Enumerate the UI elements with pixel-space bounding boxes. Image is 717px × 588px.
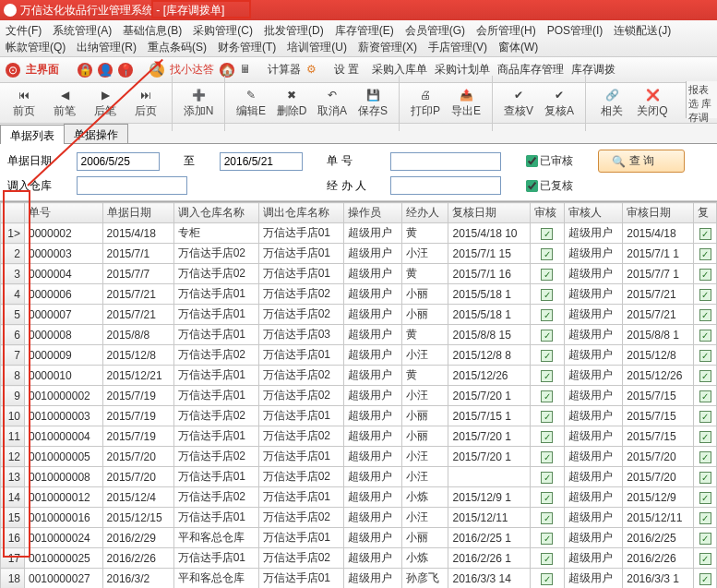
action-查核V[interactable]: ✔查核V	[500, 87, 537, 119]
cell: 超级用户	[564, 528, 623, 548]
table-row[interactable]: 1300100000082015/7/20万信达手店01万信达手店02超级用户小…	[1, 467, 717, 487]
menu-item[interactable]: 系统管理(A)	[53, 22, 112, 39]
action-导出E[interactable]: 📤导出E	[448, 87, 484, 119]
checked-review[interactable]: 已复核	[526, 178, 591, 194]
col-header[interactable]: 复	[694, 203, 717, 223]
main-screen-button[interactable]: 主界面	[26, 62, 59, 78]
col-header[interactable]: 审核	[530, 203, 564, 223]
action-关闭Q[interactable]: ❌关闭Q	[634, 87, 671, 119]
tab-list[interactable]: 单据列表	[0, 125, 65, 144]
date-from-input[interactable]	[77, 152, 160, 171]
cell: 2015/7/20	[102, 467, 173, 487]
date-to-input[interactable]	[220, 152, 303, 171]
col-header[interactable]: 审核日期	[623, 203, 694, 223]
table-row[interactable]: 700000092015/12/8万信达手店02万信达手店01超级用户小汪201…	[1, 345, 717, 366]
table-row[interactable]: 1400100000122015/12/4万信达手店02万信达手店01超级用户小…	[1, 487, 717, 508]
menu-item[interactable]: 连锁配送(J)	[614, 22, 671, 39]
action-前笔[interactable]: ◀前笔	[46, 87, 83, 119]
col-header[interactable]: 操作员	[343, 203, 402, 223]
menu-item[interactable]: 培训管理(U)	[287, 39, 347, 55]
table-row[interactable]: 900100000022015/7/19万信达手店01万信达手店02超级用户小汪…	[1, 386, 717, 406]
cell: 万信达手店03	[258, 325, 343, 345]
warehouse-input[interactable]	[77, 176, 187, 195]
table-row[interactable]: 1500100000162015/12/15万信达手店01万信达手店02超级用户…	[1, 508, 717, 528]
table-row[interactable]: 600000082015/8/8万信达手店01万信达手店03超级用户黄2015/…	[1, 325, 717, 345]
pin-icon[interactable]: 📍	[118, 63, 133, 78]
menu-item[interactable]: 帐款管理(Q)	[6, 39, 66, 55]
table-row[interactable]: 1>00000022015/4/18专柜万信达手店01超级用户黄2015/4/1…	[1, 223, 717, 244]
tab-operate[interactable]: 单据操作	[64, 124, 128, 143]
action-相关[interactable]: 🔗相关	[593, 87, 630, 119]
toolbar-link[interactable]: 商品库存管理	[497, 63, 564, 76]
col-header[interactable]: 复核日期	[448, 203, 530, 223]
table-row[interactable]: 400000062015/7/21万信达手店01万信达手店02超级用户小丽201…	[1, 284, 717, 305]
toolbar-link[interactable]: 采购入库单	[372, 63, 427, 76]
menu-item[interactable]: 财务管理(T)	[218, 39, 276, 55]
menu-item[interactable]: 窗体(W)	[498, 39, 538, 55]
cell: 平和客总仓库	[173, 569, 258, 589]
action-后页[interactable]: ⏭后页	[127, 87, 164, 119]
menu-item[interactable]: POS管理(I)	[547, 22, 603, 39]
menu-item[interactable]: 重点条码(S)	[148, 39, 207, 55]
table-row[interactable]: 1100100000042015/7/19万信达手店01万信达手店02超级用户小…	[1, 426, 717, 447]
cell: 万信达手店01	[258, 223, 343, 244]
row-number: 11	[1, 426, 25, 447]
settings-button[interactable]: 设 置	[334, 62, 359, 78]
checked-audit[interactable]: 已审核	[526, 153, 591, 169]
action-复核A[interactable]: ✔复核A	[541, 87, 578, 119]
find-da-button[interactable]: 找小达答	[170, 62, 214, 78]
col-header[interactable]: 单据日期	[102, 203, 173, 223]
cell: 小汪	[402, 508, 448, 528]
user-icon[interactable]: 👤	[98, 63, 113, 78]
home2-icon[interactable]: 🏠	[220, 63, 234, 78]
table-row[interactable]: 800000102015/12/21万信达手店01万信达手店02超级用户黄201…	[1, 366, 717, 386]
menu-item[interactable]: 会员管理(G)	[405, 22, 465, 39]
action-打印P[interactable]: 🖨打印P	[407, 87, 444, 119]
home-icon[interactable]: ⊙	[6, 63, 20, 78]
table-row[interactable]: 1000100000032015/7/19万信达手店02万信达手店01超级用户小…	[1, 406, 717, 426]
menu-item[interactable]: 采购管理(C)	[193, 22, 253, 39]
calc-button[interactable]: 计算器	[268, 62, 301, 78]
action-删除D[interactable]: ✖删除D	[273, 87, 310, 119]
menu-item[interactable]: 手店管理(V)	[428, 39, 487, 55]
table-row[interactable]: 1800100000272016/3/2平和客总仓库万信达手店01超级用户孙彦飞…	[1, 569, 717, 589]
lock-icon[interactable]: 🔒	[78, 63, 92, 78]
menu-item[interactable]: 出纳管理(R)	[77, 39, 137, 55]
menu-item[interactable]: 会所管理(H)	[476, 22, 536, 39]
menu-item[interactable]: 批发管理(D)	[264, 22, 324, 39]
table-row[interactable]: 500000072015/7/21万信达手店01万信达手店02超级用户小丽201…	[1, 305, 717, 325]
menu-item[interactable]: 薪资管理(X)	[358, 39, 417, 55]
code-input[interactable]	[390, 152, 501, 171]
action-前页[interactable]: ⏮前页	[6, 87, 42, 119]
menu-item[interactable]: 库存管理(E)	[335, 22, 394, 39]
action-后笔[interactable]: ▶后笔	[87, 87, 124, 119]
search-icon[interactable]: 🔍	[149, 63, 164, 78]
col-header[interactable]: 单号	[25, 203, 103, 223]
action-icon: ▶	[97, 87, 114, 103]
menu-item[interactable]: 文件(F)	[6, 22, 42, 39]
menu-item[interactable]: 基础信息(B)	[123, 22, 182, 39]
data-grid[interactable]: 单号单据日期调入仓库名称调出仓库名称操作员经办人复核日期审核审核人审核日期复1>…	[0, 201, 717, 588]
table-row[interactable]: 1700100000252016/2/26万信达手店01万信达手店02超级用户小…	[1, 548, 717, 569]
handler-input[interactable]	[390, 176, 501, 195]
action-编辑E[interactable]: ✎编辑E	[233, 87, 269, 119]
table-row[interactable]: 1200100000052015/7/20万信达手店02万信达手店01超级用户小…	[1, 447, 717, 467]
col-header[interactable]: 调出仓库名称	[258, 203, 343, 223]
col-header[interactable]: 审核人	[564, 203, 623, 223]
toolbar-link[interactable]: 库存调拨	[571, 63, 615, 76]
col-header[interactable]	[1, 203, 25, 223]
cell: 小炼	[402, 548, 448, 569]
col-header[interactable]: 经办人	[402, 203, 448, 223]
side-panel[interactable]: 报表选 库存调	[686, 81, 717, 118]
table-row[interactable]: 1600100000242016/2/29平和客总仓库万信达手店01超级用户小丽…	[1, 528, 717, 548]
check-cell: ✓	[694, 467, 717, 487]
query-button[interactable]: 🔍查 询	[598, 150, 686, 173]
col-header[interactable]: 调入仓库名称	[173, 203, 258, 223]
date-label: 单据日期	[7, 153, 69, 169]
toolbar-link[interactable]: 采购计划单	[435, 63, 490, 76]
action-保存S[interactable]: 💾保存S	[354, 87, 391, 119]
table-row[interactable]: 300000042015/7/7万信达手店02万信达手店01超级用户黄2015/…	[1, 264, 717, 284]
action-取消A[interactable]: ↶取消A	[314, 87, 351, 119]
table-row[interactable]: 200000032015/7/1万信达手店02万信达手店01超级用户小汪2015…	[1, 244, 717, 264]
action-添加N[interactable]: ➕添加N	[180, 87, 217, 119]
